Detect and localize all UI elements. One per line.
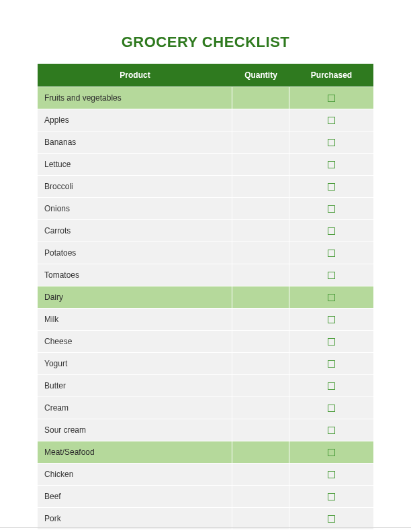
purchased-cell (289, 242, 373, 264)
quantity-cell[interactable] (232, 286, 289, 308)
purchased-cell (289, 441, 373, 463)
purchased-cell (289, 220, 373, 242)
checkbox-icon[interactable] (328, 117, 335, 124)
purchased-cell (289, 176, 373, 197)
checkbox-icon[interactable] (328, 427, 335, 434)
product-cell: Potatoes (38, 242, 232, 264)
checkbox-icon[interactable] (328, 205, 335, 213)
quantity-cell[interactable] (232, 353, 289, 374)
purchased-cell (289, 131, 373, 153)
checkbox-icon[interactable] (328, 360, 335, 368)
checkbox-icon[interactable] (328, 471, 335, 478)
product-cell: Dairy (38, 286, 232, 308)
quantity-cell[interactable] (232, 154, 289, 175)
quantity-cell[interactable] (232, 242, 289, 264)
quantity-cell[interactable] (232, 375, 289, 396)
purchased-cell (289, 419, 373, 441)
purchased-cell (289, 375, 373, 396)
quantity-cell[interactable] (232, 220, 289, 242)
checkbox-icon[interactable] (328, 95, 335, 102)
product-cell: Sour cream (38, 419, 232, 441)
footer-divider (0, 527, 411, 528)
checkbox-icon[interactable] (328, 316, 335, 323)
checkbox-icon[interactable] (328, 183, 335, 191)
table-row: Cheese (38, 331, 373, 352)
quantity-cell[interactable] (232, 331, 289, 352)
product-cell: Butter (38, 375, 232, 396)
quantity-cell[interactable] (232, 397, 289, 419)
product-cell: Milk (38, 309, 232, 330)
purchased-cell (289, 198, 373, 219)
table-row: Bananas (38, 131, 373, 153)
product-cell: Yogurt (38, 353, 232, 374)
table-row: Milk (38, 309, 373, 330)
checkbox-icon[interactable] (328, 449, 335, 456)
product-cell: Lettuce (38, 154, 232, 175)
page-title: GROCERY CHECKLIST (38, 34, 373, 51)
quantity-cell[interactable] (232, 419, 289, 441)
table-row: Lettuce (38, 154, 373, 175)
column-header-quantity: Quantity (232, 64, 289, 87)
purchased-cell (289, 331, 373, 352)
quantity-cell[interactable] (232, 486, 289, 507)
checkbox-icon[interactable] (328, 493, 335, 500)
purchased-cell (289, 508, 373, 529)
quantity-cell[interactable] (232, 441, 289, 463)
product-cell: Cheese (38, 331, 232, 352)
column-header-product: Product (38, 64, 232, 87)
checkbox-icon[interactable] (328, 161, 335, 168)
quantity-cell[interactable] (232, 508, 289, 529)
product-cell: Onions (38, 198, 232, 219)
product-cell: Meat/Seafood (38, 441, 232, 463)
checkbox-icon[interactable] (328, 338, 335, 345)
table-row: Fruits and vegetables (38, 87, 373, 109)
product-cell: Carrots (38, 220, 232, 242)
quantity-cell[interactable] (232, 198, 289, 219)
purchased-cell (289, 353, 373, 374)
table-row: Broccoli (38, 176, 373, 197)
table-row: Pork (38, 508, 373, 529)
checkbox-icon[interactable] (328, 227, 335, 235)
checkbox-icon[interactable] (328, 515, 335, 523)
product-cell: Beef (38, 486, 232, 507)
purchased-cell (289, 87, 373, 109)
table-row: Tomatoes (38, 264, 373, 286)
checkbox-icon[interactable] (328, 272, 335, 279)
product-cell: Cream (38, 397, 232, 419)
table-row: Beef (38, 486, 373, 507)
quantity-cell[interactable] (232, 131, 289, 153)
purchased-cell (289, 397, 373, 419)
product-cell: Bananas (38, 131, 232, 153)
quantity-cell[interactable] (232, 464, 289, 485)
purchased-cell (289, 309, 373, 330)
purchased-cell (289, 286, 373, 308)
checkbox-icon[interactable] (328, 382, 335, 390)
checkbox-icon[interactable] (328, 294, 335, 301)
quantity-cell[interactable] (232, 109, 289, 131)
product-cell: Apples (38, 109, 232, 131)
table-row: Potatoes (38, 242, 373, 264)
product-cell: Chicken (38, 464, 232, 485)
product-cell: Tomatoes (38, 264, 232, 286)
quantity-cell[interactable] (232, 264, 289, 286)
grocery-table: Product Quantity Purchased Fruits and ve… (38, 63, 373, 530)
table-row: Carrots (38, 220, 373, 242)
quantity-cell[interactable] (232, 87, 289, 109)
table-row: Apples (38, 109, 373, 131)
purchased-cell (289, 109, 373, 131)
product-cell: Pork (38, 508, 232, 529)
purchased-cell (289, 154, 373, 175)
table-row: Cream (38, 397, 373, 419)
table-row: Yogurt (38, 353, 373, 374)
purchased-cell (289, 264, 373, 286)
table-row: Butter (38, 375, 373, 396)
checkbox-icon[interactable] (328, 139, 335, 146)
checkbox-icon[interactable] (328, 405, 335, 412)
table-row: Meat/Seafood (38, 441, 373, 463)
table-row: Sour cream (38, 419, 373, 441)
quantity-cell[interactable] (232, 176, 289, 197)
table-row: Dairy (38, 286, 373, 308)
quantity-cell[interactable] (232, 309, 289, 330)
checkbox-icon[interactable] (328, 250, 335, 257)
table-header-row: Product Quantity Purchased (38, 64, 373, 87)
